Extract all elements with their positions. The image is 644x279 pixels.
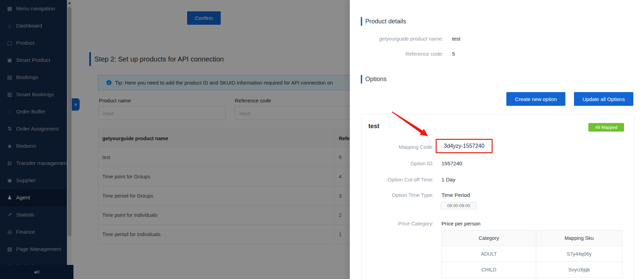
row-value: test [452, 35, 460, 43]
all-mapped-badge: All Mapped [588, 123, 624, 132]
row-value: 5 [452, 50, 455, 58]
mapping-sku-cell: Svyrz6jqk [536, 262, 622, 278]
mapping-code-highlight-box: 3d4yzy-1557240 [436, 139, 493, 153]
mapping-code-row: Mapping Code: [362, 143, 634, 151]
row-label: Price Category: [362, 220, 434, 228]
mapping-sku-cell: S7y44q06y [536, 246, 622, 262]
product-details-drawer: Product details getyourguide product nam… [350, 0, 644, 279]
price-table-row: ADULT S7y44q06y [442, 246, 622, 262]
option-cutoff-row: Option Cut-off Time: 1 Day [362, 176, 634, 184]
row-label: Option Cut-off Time: [362, 176, 434, 184]
category-cell: CHILD [442, 262, 536, 278]
row-label: Option ID: [362, 159, 434, 168]
row-value: 1557240 [441, 159, 462, 168]
app-window: Confirm Step 2: Set up products for API … [0, 0, 644, 279]
reference-code-row: Reference code: 5 [350, 50, 644, 58]
price-table: Category Mapping Sku ADULT S7y44q06y CHI… [441, 230, 622, 278]
row-value: 1 Day [441, 176, 456, 184]
option-name: test [368, 123, 379, 130]
section-accent-bar [361, 17, 362, 26]
drawer-mask-overlay[interactable] [0, 0, 350, 279]
price-category-row: Price Category: Price per person [362, 220, 634, 228]
row-value: Time Period [441, 191, 470, 199]
row-value: Price per person [441, 220, 481, 228]
price-table-header-sku: Mapping Sku [536, 231, 622, 246]
row-label: Option Time Type: [362, 191, 434, 199]
update-all-options-button[interactable]: Update all Options [574, 92, 633, 106]
option-card: test All Mapped Mapping Code: 3d4yzy-155… [361, 114, 634, 279]
price-table-row: CHILD Svyrz6jqk [442, 262, 622, 278]
time-period-tag: 08:00-09:00 [441, 202, 476, 209]
section-accent-bar [361, 75, 362, 83]
row-label: Mapping Code: [362, 143, 434, 151]
product-details-section-title: Product details [361, 17, 406, 26]
row-label: Reference code: [350, 50, 443, 58]
category-cell: ADULT [442, 246, 536, 262]
product-name-row: getyourguide product name: test [350, 35, 644, 43]
row-label: getyourguide product name: [350, 35, 443, 43]
option-id-row: Option ID: 1557240 [362, 159, 634, 168]
mapping-code-value: 3d4yzy-1557240 [444, 143, 484, 149]
create-new-option-button[interactable]: Create new option [506, 92, 565, 106]
options-section-title: Options [361, 75, 387, 83]
option-time-type-row: Option Time Type: Time Period [362, 191, 634, 199]
price-table-header-category: Category [442, 231, 536, 246]
